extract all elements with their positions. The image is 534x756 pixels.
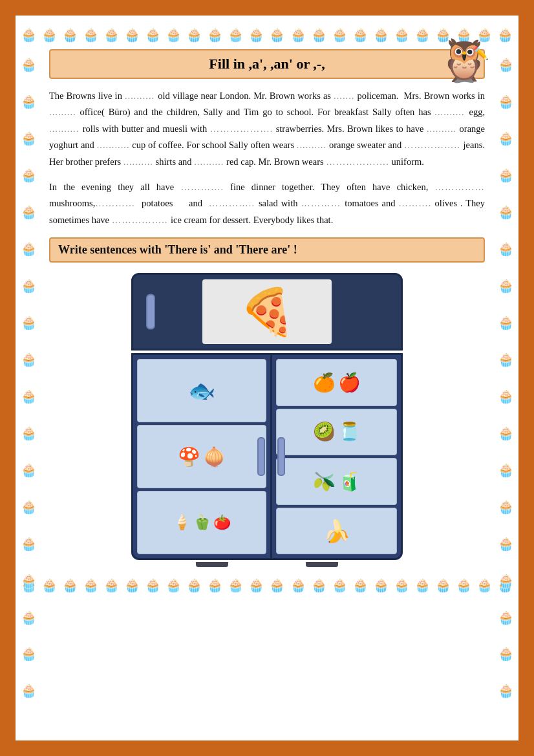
olives-icon: 🫒: [313, 471, 336, 492]
muffin-icon: 🧁: [19, 277, 37, 295]
muffin-icon: 🧁: [19, 240, 37, 258]
muffin-icon: 🧁: [372, 26, 390, 44]
freezer-handle: [146, 294, 155, 330]
orange-icon: 🍊: [313, 372, 336, 393]
muffin-icon: 🧁: [19, 314, 37, 332]
muffin-icon: 🧁: [497, 609, 515, 627]
paragraph-1: The Browns live in .......... old villag…: [49, 88, 485, 170]
foot-right: [306, 562, 338, 567]
muffin-icon: 🧁: [476, 576, 494, 594]
shelf-mushroom-onion: 🍄 🧅: [137, 425, 266, 488]
mushroom-icon: 🍄: [178, 446, 200, 468]
muffin-icon: 🧁: [497, 92, 515, 111]
pizza-icon: 🍕: [239, 285, 295, 338]
muffin-icon: 🧁: [19, 166, 37, 184]
muffin-icon: 🧁: [81, 576, 100, 594]
left-border: 🧁 🧁 🧁 🧁 🧁 🧁 🧁 🧁 🧁 🧁 🧁 🧁 🧁 🧁 🧁 🧁 🧁 🧁: [19, 47, 37, 709]
muffin-icon: 🧁: [144, 576, 162, 594]
muffin-icon: 🧁: [102, 576, 120, 594]
right-border: 🧁 🧁 🧁 🧁 🧁 🧁 🧁 🧁 🧁 🧁 🧁 🧁 🧁 🧁 🧁 🧁 🧁 🧁: [497, 47, 515, 709]
muffin-icon: 🧁: [497, 166, 515, 184]
muffin-icon: 🧁: [19, 56, 37, 74]
muffin-icon: 🧁: [497, 424, 515, 442]
kiwi-icon: 🥝: [313, 421, 336, 442]
owl-mascot: 🦉 ✏️: [438, 40, 490, 98]
muffin-icon: 🧁: [248, 576, 266, 594]
muffin-icon: 🧁: [497, 498, 515, 516]
muffin-icon: 🧁: [268, 26, 286, 44]
muffin-icon: 🧁: [248, 26, 266, 44]
muffin-icon: 🧁: [40, 576, 58, 594]
banana-icon: 🍌: [323, 518, 350, 544]
yogurt-icon: 🫙: [338, 421, 361, 442]
muffin-icon: 🧁: [497, 572, 515, 590]
tomato-icon: 🍅: [213, 514, 231, 531]
title-text: Fill in ,a', ,an' or ,-,: [209, 56, 325, 72]
muffin-icon: 🧁: [19, 682, 37, 700]
muffin-icon: 🧁: [165, 576, 183, 594]
bottom-border: 🧁 🧁 🧁 🧁 🧁 🧁 🧁 🧁 🧁 🧁 🧁 🧁 🧁 🧁 🧁 🧁 🧁 🧁 🧁 🧁 …: [16, 576, 518, 594]
muffin-icon: 🧁: [19, 92, 37, 111]
muffin-icon: 🧁: [414, 576, 432, 594]
muffin-icon: 🧁: [186, 26, 204, 44]
muffin-icon: 🧁: [392, 26, 411, 44]
shelf-fish: 🐟: [137, 359, 266, 422]
muffin-icon: 🧁: [206, 26, 224, 44]
shelf-kiwi-yogurt: 🥝 🫙: [276, 409, 397, 456]
muffin-icon: 🧁: [310, 576, 328, 594]
muffin-icon: 🧁: [414, 26, 432, 44]
juice-icon: 🧃: [338, 471, 361, 492]
muffin-icon: 🧁: [351, 26, 369, 44]
right-door-handle: [277, 437, 285, 476]
fridge: 🍕 🐟 🍄 🧅: [131, 273, 403, 567]
muffin-icon: 🧁: [19, 26, 37, 44]
shelf-orange-apple: 🍊 🍎: [276, 359, 397, 406]
muffin-icon: 🧁: [497, 645, 515, 663]
section-2-header: Write sentences with 'There is' and 'The…: [49, 237, 485, 263]
freezer-content: 🍕: [202, 279, 332, 344]
muffin-icon: 🧁: [186, 576, 204, 594]
muffin-icon: 🧁: [227, 576, 245, 594]
muffin-icon: 🧁: [392, 576, 411, 594]
fridge-feet: [131, 562, 403, 567]
muffin-icon: 🧁: [19, 129, 37, 147]
muffin-icon: 🧁: [330, 26, 348, 44]
muffin-icon: 🧁: [19, 535, 37, 553]
muffin-icon: 🧁: [497, 129, 515, 147]
muffin-icon: 🧁: [19, 203, 37, 221]
left-door-handle: [257, 437, 265, 476]
muffin-icon: 🧁: [434, 576, 453, 594]
muffin-icon: 🧁: [497, 461, 515, 479]
freezer-section: 🍕: [131, 273, 403, 351]
muffin-icon: 🧁: [310, 26, 328, 44]
shelf-icecream-pepper-tomato: 🍦 🫑 🍅: [137, 491, 266, 554]
muffin-icon: 🧁: [61, 576, 79, 594]
page-frame: 🧁 🧁 🧁 🧁 🧁 🧁 🧁 🧁 🧁 🧁 🧁 🧁 🧁 🧁 🧁 🧁 🧁 🧁 🧁 🧁 …: [12, 12, 522, 744]
foot-left: [196, 562, 228, 567]
muffin-icon: 🧁: [165, 26, 183, 44]
fridge-left-door: 🐟 🍄 🧅 🍦 🫑 🍅: [133, 355, 272, 558]
muffin-icon: 🧁: [289, 26, 307, 44]
muffin-icon: 🧁: [497, 535, 515, 553]
muffin-icon: 🧁: [372, 576, 390, 594]
muffin-icon: 🧁: [206, 576, 224, 594]
pepper-icon: 🫑: [193, 514, 211, 531]
fridge-right-door: 🍊 🍎 🥝 🫙 🫒 🧃 🍌: [272, 355, 401, 558]
muffin-icon: 🧁: [144, 26, 162, 44]
muffin-icon: 🧁: [497, 203, 515, 221]
muffin-icon: 🧁: [455, 576, 473, 594]
muffin-icon: 🧁: [497, 240, 515, 258]
icecream-icon: 🍦: [173, 514, 191, 531]
muffin-icon: 🧁: [19, 498, 37, 516]
muffin-icon: 🧁: [289, 576, 307, 594]
muffin-icon: 🧁: [497, 387, 515, 405]
onion-icon: 🧅: [203, 446, 226, 468]
muffin-icon: 🧁: [497, 277, 515, 295]
muffin-icon: 🧁: [497, 26, 515, 44]
apple-icon: 🍎: [338, 372, 361, 393]
muffin-icon: 🧁: [123, 576, 141, 594]
muffin-icon: 🧁: [102, 26, 120, 44]
muffin-icon: 🧁: [19, 424, 37, 442]
muffin-icon: 🧁: [40, 26, 58, 44]
muffin-icon: 🧁: [268, 576, 286, 594]
